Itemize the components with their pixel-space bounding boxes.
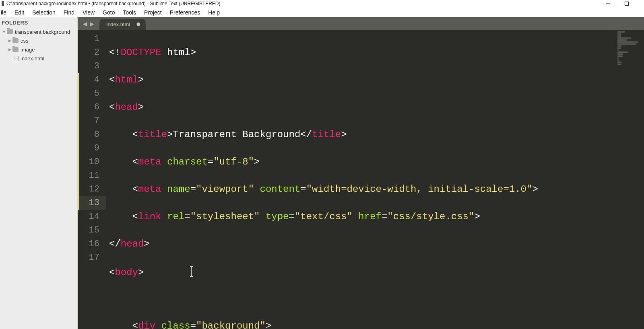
line-number: 5 (78, 87, 106, 101)
minimap-line (617, 33, 621, 35)
minimap-line (617, 53, 623, 55)
line-number: 15 (78, 224, 106, 237)
code-line: <head> (109, 101, 613, 114)
line-number: 10 (78, 155, 106, 169)
minimap-line (617, 35, 621, 37)
sidebar: FOLDERS ▼ transparent background ▶ css ▶… (0, 17, 78, 329)
line-number: 11 (78, 169, 106, 183)
minimap-line (617, 49, 619, 51)
line-number: 7 (78, 114, 106, 128)
menu-project[interactable]: Project (140, 8, 166, 16)
close-button-edge[interactable] (636, 0, 644, 7)
minimap-line (617, 43, 636, 45)
tab-history-nav[interactable]: ◀ ▶ (78, 17, 99, 30)
window-title: C:\transparent background\index.html • (… (6, 1, 221, 6)
minimap-line (617, 31, 625, 33)
folder-icon (12, 38, 19, 43)
code-line: </head> (109, 237, 613, 251)
chevron-right-icon: ▶ (7, 47, 12, 51)
chevron-right-icon: ▶ (7, 39, 12, 43)
code-line: <body> (109, 265, 613, 278)
dirty-indicator-icon (136, 23, 140, 26)
code-line (109, 292, 613, 306)
menu-preferences[interactable]: Preferences (166, 8, 204, 16)
line-number-gutter[interactable]: 1 2 3 4 5 6 7 8 9 10 11 12 13 14 15 16 1… (78, 30, 106, 329)
line-number: 3 (78, 60, 106, 73)
minimap-line (617, 60, 619, 61)
code-line: <link rel="stylesheet" type="text/css" h… (109, 210, 613, 224)
code-line: <html> (109, 73, 613, 87)
line-number: 2 (78, 46, 106, 60)
minimap-line (617, 45, 621, 47)
minimap-line (617, 62, 621, 63)
line-number: 1 (78, 32, 106, 46)
menu-view[interactable]: View (78, 8, 99, 16)
tree-folder-image[interactable]: ▶ image (0, 45, 77, 54)
tree-root-label: transparent background (15, 29, 70, 35)
code-editor[interactable]: 1 2 3 4 5 6 7 8 9 10 11 12 13 14 15 16 1… (78, 30, 644, 329)
line-number: 9 (78, 142, 106, 155)
line-number: 16 (78, 237, 106, 251)
sidebar-header: FOLDERS (0, 17, 77, 27)
code-line: <!DOCTYPE html> (109, 46, 613, 60)
code-line: <title>Transparent Background</title> (109, 128, 613, 142)
menu-goto[interactable]: Goto (99, 8, 119, 16)
menu-file[interactable]: ile (1, 8, 10, 16)
code-line: <meta name="viewport" content="width=dev… (109, 183, 613, 196)
minimap-line (617, 56, 623, 57)
tree-file-label: index.html (21, 56, 44, 62)
nav-forward-icon: ▶ (89, 21, 95, 27)
code-line: <div class="background"> (109, 319, 613, 329)
tab-strip: ◀ ▶ index.html (78, 17, 644, 30)
folder-icon (12, 47, 19, 52)
menu-edit[interactable]: Edit (10, 8, 28, 16)
line-number: 8 (78, 128, 106, 142)
folder-icon (7, 29, 13, 34)
file-icon: <> (13, 56, 19, 61)
tree-file-index[interactable]: <> index.html (0, 54, 77, 63)
chevron-down-icon: ▼ (2, 30, 6, 34)
menu-find[interactable]: Find (60, 8, 78, 16)
nav-back-icon: ◀ (82, 21, 88, 27)
tab-index-html[interactable]: index.html (99, 19, 146, 30)
app-icon (2, 1, 4, 6)
minimize-button[interactable] (599, 0, 617, 7)
maximize-button[interactable] (617, 0, 636, 7)
line-number: 4 (78, 73, 106, 87)
minimap-line (617, 39, 627, 41)
menu-bar: ile Edit Selection Find View Goto Tools … (0, 7, 644, 17)
line-number: 12 (78, 183, 106, 196)
folder-tree: ▼ transparent background ▶ css ▶ image <… (0, 27, 77, 63)
minimap-line (617, 47, 621, 49)
code-content[interactable]: <!DOCTYPE html> <html> <head> <title>Tra… (106, 30, 617, 329)
svg-rect-1 (625, 2, 629, 6)
tree-folder-label: css (21, 38, 29, 44)
line-number: 6 (78, 101, 106, 114)
minimap-line (617, 64, 621, 65)
window-title-bar: C:\transparent background\index.html • (… (0, 0, 644, 7)
tab-label: index.html (106, 21, 130, 27)
minimap-line (617, 37, 631, 39)
code-line: <meta charset="utf-8"> (109, 155, 613, 169)
line-number: 13 (78, 196, 106, 210)
menu-selection[interactable]: Selection (28, 8, 60, 16)
line-number: 17 (78, 251, 106, 265)
tree-root[interactable]: ▼ transparent background (0, 27, 77, 36)
line-number: 14 (78, 210, 106, 224)
minimap[interactable] (617, 30, 644, 329)
minimap-line (617, 41, 638, 43)
text-caret-icon (191, 266, 192, 277)
tree-folder-css[interactable]: ▶ css (0, 36, 77, 45)
minimap-line (617, 51, 628, 53)
tree-folder-label: image (21, 47, 35, 53)
minimap-line (617, 58, 619, 59)
menu-help[interactable]: Help (204, 8, 224, 16)
menu-tools[interactable]: Tools (119, 8, 140, 16)
